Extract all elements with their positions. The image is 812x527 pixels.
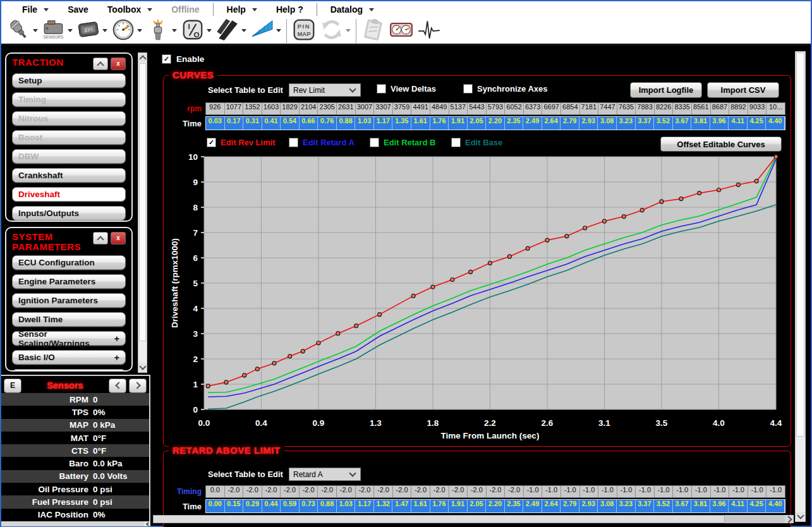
tool-injector-icon[interactable] <box>5 18 40 44</box>
retard-time-cell[interactable]: 0.15 <box>225 500 244 512</box>
scroll-left-arrow[interactable] <box>144 521 150 526</box>
retard-time-cell[interactable]: 2.35 <box>505 500 524 512</box>
retard-time-cell[interactable]: 1.32 <box>374 500 393 512</box>
rpm-cell[interactable]: 8892 <box>729 103 748 114</box>
retard-time-cell[interactable]: 1.17 <box>355 500 374 512</box>
collapse-button[interactable] <box>93 58 108 70</box>
timing-cell[interactable]: -1.0 <box>673 486 692 497</box>
main-vscrollbar-thumb[interactable] <box>796 52 804 437</box>
rpm-cell[interactable]: 6697 <box>542 103 561 114</box>
retard-time-cell[interactable]: 3.08 <box>598 500 617 512</box>
time-cell[interactable]: 2.05 <box>468 117 487 130</box>
timing-cell[interactable]: -2.0 <box>337 486 356 497</box>
rpm-cell[interactable]: 6373 <box>524 103 543 114</box>
rpm-cell[interactable]: 10... <box>767 103 785 114</box>
rpm-cell[interactable]: 1077 <box>225 103 244 114</box>
curve-point[interactable] <box>679 197 683 201</box>
rpm-cell[interactable]: 9033 <box>748 103 767 114</box>
time-cell[interactable]: 4.40 <box>766 117 785 130</box>
timing-cell[interactable]: -2.0 <box>393 486 412 497</box>
time-cell[interactable]: 2.35 <box>505 117 524 130</box>
curve-point[interactable] <box>754 179 758 183</box>
rpm-cell[interactable]: 8687 <box>711 103 730 114</box>
sidebar-item-inputs-outputs[interactable]: Inputs/Outputs <box>12 206 126 221</box>
time-cell[interactable]: 1.17 <box>374 117 393 130</box>
rpm-cell[interactable]: 4849 <box>430 103 449 114</box>
chevron-down-icon[interactable] <box>207 29 212 32</box>
chevron-down-icon[interactable] <box>241 29 246 32</box>
curve-point[interactable] <box>288 354 292 358</box>
timing-cell[interactable]: -2.0 <box>225 486 244 497</box>
curve-point[interactable] <box>336 332 340 336</box>
time-cell[interactable]: 3.67 <box>673 117 692 130</box>
curve-point[interactable] <box>603 219 607 223</box>
timing-cell[interactable]: 0.0 <box>206 486 225 497</box>
retard-time-cell[interactable]: 1.91 <box>449 500 468 512</box>
table-select[interactable]: Rev Limit <box>289 83 361 97</box>
main-vscrollbar[interactable] <box>795 51 806 522</box>
timing-cell[interactable]: -1.0 <box>598 486 617 497</box>
curve-point[interactable] <box>224 380 228 384</box>
edit-rev-limit-checkbox[interactable]: ✓ <box>207 138 216 147</box>
chevron-down-icon[interactable] <box>172 29 177 32</box>
chevron-down-icon[interactable] <box>276 29 281 32</box>
driveshaft-chart[interactable]: 0123456789100.00.40.91.31.82.22.63.13.54… <box>165 152 789 445</box>
close-button[interactable]: x <box>111 58 126 70</box>
retard-time-cell[interactable]: 2.64 <box>542 500 561 512</box>
timing-cell[interactable]: -1.0 <box>636 486 655 497</box>
curve-point[interactable] <box>243 373 246 377</box>
retard-time-cell[interactable]: 0.00 <box>206 500 225 512</box>
tool-waveform-icon[interactable] <box>415 18 443 44</box>
chevron-down-icon[interactable] <box>102 29 107 32</box>
timing-cell[interactable]: -2.0 <box>487 486 506 497</box>
curve-point[interactable] <box>272 361 276 365</box>
time-cell[interactable]: 1.35 <box>392 117 411 130</box>
tool-io-icon[interactable]: IO <box>179 18 214 44</box>
enable-checkbox[interactable]: ✓ <box>162 54 171 64</box>
time-cell[interactable]: 2.79 <box>561 117 579 130</box>
retard-time-cell[interactable]: 3.67 <box>673 500 692 512</box>
retard-time-cell[interactable]: 0.88 <box>318 500 337 512</box>
menu-toolbox[interactable]: Toolbox <box>98 1 162 18</box>
retard-time-cell[interactable]: 1.76 <box>430 500 449 512</box>
curve-point[interactable] <box>698 191 701 195</box>
timing-cell[interactable]: -1.0 <box>580 486 599 497</box>
sidebar-item-dwell-time[interactable]: Dwell Time <box>12 312 126 327</box>
sensors-prev-button[interactable] <box>109 379 126 393</box>
curve-point[interactable] <box>526 246 530 250</box>
sensors-hscrollbar[interactable] <box>1 521 150 526</box>
time-cell[interactable]: 3.23 <box>617 117 636 130</box>
retard-time-cell[interactable]: 0.29 <box>243 500 262 512</box>
chevron-down-icon[interactable] <box>137 29 142 32</box>
collapse-button[interactable] <box>93 232 108 245</box>
retard-time-cell[interactable]: 0.73 <box>300 500 318 512</box>
retard-table-select[interactable]: Retard A <box>289 468 361 481</box>
retard-time-cell[interactable]: 4.40 <box>766 500 785 512</box>
time-cell[interactable]: 0.31 <box>243 117 262 130</box>
time-cell[interactable]: 4.25 <box>748 117 767 130</box>
time-cell[interactable]: 1.03 <box>355 117 374 130</box>
timing-cell[interactable]: -1.0 <box>655 486 674 497</box>
rpm-cell[interactable]: 926 <box>206 103 225 114</box>
time-cell[interactable]: 3.81 <box>691 117 710 130</box>
timing-cell[interactable]: -1.0 <box>561 486 580 497</box>
retard-time-cell[interactable]: 3.81 <box>691 500 710 512</box>
rpm-cell[interactable]: 5443 <box>468 103 487 114</box>
rpm-cell[interactable]: 3759 <box>393 103 412 114</box>
curve-point[interactable] <box>717 188 721 192</box>
sidebar-scrollbar-thumb[interactable] <box>139 63 146 341</box>
sidebar-item-basic-i-o[interactable]: Basic I/O+ <box>12 350 126 365</box>
main-hscrollbar[interactable] <box>153 515 794 523</box>
retard-time-cell[interactable]: 3.96 <box>710 500 729 512</box>
rpm-cell[interactable]: 8561 <box>692 103 711 114</box>
timing-cell[interactable]: -2.0 <box>318 486 337 497</box>
scroll-down-arrow[interactable] <box>796 512 805 521</box>
rpm-cell[interactable]: 2104 <box>300 103 318 114</box>
sidebar-scrollbar[interactable] <box>138 52 147 373</box>
retard-time-cell[interactable]: 2.20 <box>486 500 505 512</box>
retard-time-cell[interactable]: 4.25 <box>748 500 767 512</box>
menu-save[interactable]: Save <box>58 1 98 18</box>
timing-cell[interactable]: -1.0 <box>692 486 711 497</box>
rpm-cell[interactable]: 3307 <box>374 103 393 114</box>
scroll-up-arrow[interactable] <box>138 53 147 63</box>
